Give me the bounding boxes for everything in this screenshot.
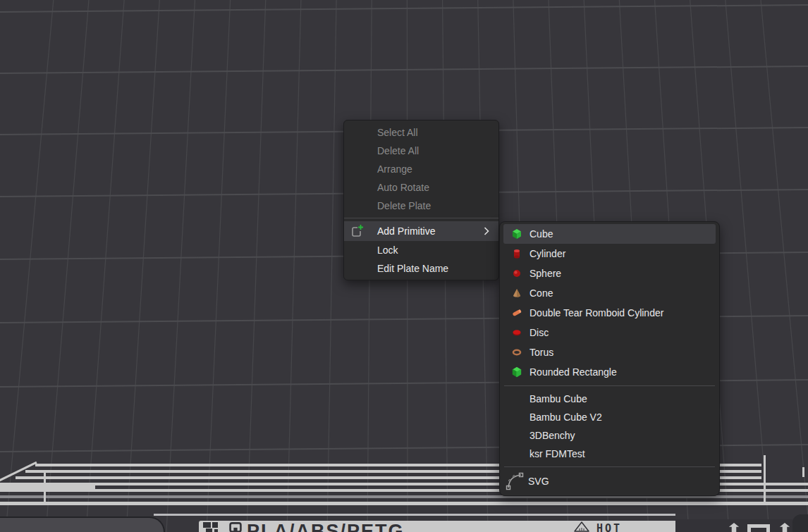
menu-item-label: 3DBenchy [530, 430, 575, 441]
menu-item-label: Torus [530, 347, 553, 358]
submenu-item-ksr-fdmtest[interactable]: ksr FDMTest [500, 445, 719, 463]
menu-item-label: Auto Rotate [377, 182, 429, 193]
menu-item-label: Select All [377, 127, 418, 138]
submenu-item-cone[interactable]: Cone [500, 283, 719, 303]
submenu-item-torus[interactable]: Torus [500, 342, 719, 362]
bambu-logo-icon [203, 522, 227, 532]
submenu-item-cube[interactable]: Cube [503, 224, 716, 244]
chevron-right-icon [484, 227, 489, 235]
context-menu-item-select-all: Select All [344, 123, 498, 142]
context-menu-item-add-primitive[interactable]: Add Primitive [344, 221, 498, 241]
menu-item-label: Bambu Cube V2 [530, 412, 602, 423]
context-menu-item-delete-all: Delete All [344, 142, 498, 160]
submenu-item-svg[interactable]: SVG [500, 471, 719, 492]
context-menu-item-auto-rotate: Auto Rotate [344, 178, 498, 197]
menu-item-label: Delete All [377, 145, 419, 156]
menu-item-label: Sphere [530, 268, 561, 279]
plate-material-label: PLA/ABS/PETG [247, 522, 405, 532]
context-menu-item-arrange: Arrange [344, 160, 498, 178]
menu-separator [344, 218, 498, 218]
context-menu-item-edit-plate-name[interactable]: Edit Plate Name [344, 259, 498, 278]
hot-warning-icon [574, 521, 589, 532]
cylinder-icon [511, 248, 522, 259]
submenu-item-sphere[interactable]: Sphere [500, 264, 719, 283]
menu-item-label: ksr FDMTest [530, 448, 585, 459]
plate-hot-label: HOT [596, 522, 622, 532]
submenu-item-3dbenchy[interactable]: 3DBenchy [500, 426, 719, 445]
menu-item-label: SVG [528, 476, 549, 487]
add-primitive-icon [350, 224, 365, 238]
menu-item-label: Disc [530, 327, 549, 338]
menu-separator [504, 466, 715, 467]
sphere-icon [511, 268, 522, 279]
menu-item-label: Cylinder [530, 248, 565, 259]
menu-item-label: Delete Plate [377, 200, 431, 211]
menu-separator [504, 385, 715, 386]
add-primitive-submenu: Cube Cylinder Sphere Cone Double Te [499, 221, 720, 496]
menu-item-label: Add Primitive [377, 225, 435, 237]
submenu-item-cylinder[interactable]: Cylinder [500, 244, 719, 264]
cube-icon [511, 228, 522, 240]
menu-item-label: Bambu Cube [530, 393, 587, 404]
context-menu: Select All Delete All Arrange Auto Rotat… [343, 120, 499, 280]
slicer-3d-viewport: { "context_menu": { "items": [ {"label":… [0, 0, 808, 532]
submenu-item-rounded-rectangle[interactable]: Rounded Rectangle [500, 362, 719, 382]
menu-item-label: Cube [530, 228, 553, 240]
context-menu-item-lock[interactable]: Lock [344, 241, 498, 259]
menu-item-label: Double Tear Romboid Cylinder [530, 307, 663, 318]
rounded-rectangle-icon [511, 366, 522, 378]
plate-frame-icon [228, 522, 243, 532]
submenu-item-bambu-cube[interactable]: Bambu Cube [500, 390, 719, 408]
menu-item-label: Lock [377, 245, 398, 256]
submenu-item-bambu-cube-v2[interactable]: Bambu Cube V2 [500, 408, 719, 426]
bezier-curve-icon [506, 472, 524, 490]
plate-handle-tab [0, 516, 165, 532]
submenu-item-disc[interactable]: Disc [500, 323, 719, 342]
menu-item-label: Cone [530, 287, 553, 299]
arrow-up-icon [776, 523, 794, 532]
menu-item-label: Edit Plate Name [377, 263, 448, 274]
disc-icon [511, 327, 522, 338]
arrow-up-icon [725, 523, 743, 532]
plate-corner-piece [792, 514, 808, 532]
submenu-item-double-tear-romboid-cylinder[interactable]: Double Tear Romboid Cylinder [500, 303, 719, 323]
torus-icon [511, 347, 522, 358]
plate-label-strip: PLA/ABS/PETG HOT [199, 521, 675, 532]
menu-item-label: Arrange [377, 163, 412, 175]
menu-item-label: Rounded Rectangle [530, 366, 617, 378]
context-menu-item-delete-plate: Delete Plate [344, 197, 498, 215]
double-tear-romboid-cylinder-icon [511, 307, 522, 318]
plate-rect-mark [747, 524, 770, 532]
cone-icon [511, 287, 522, 299]
